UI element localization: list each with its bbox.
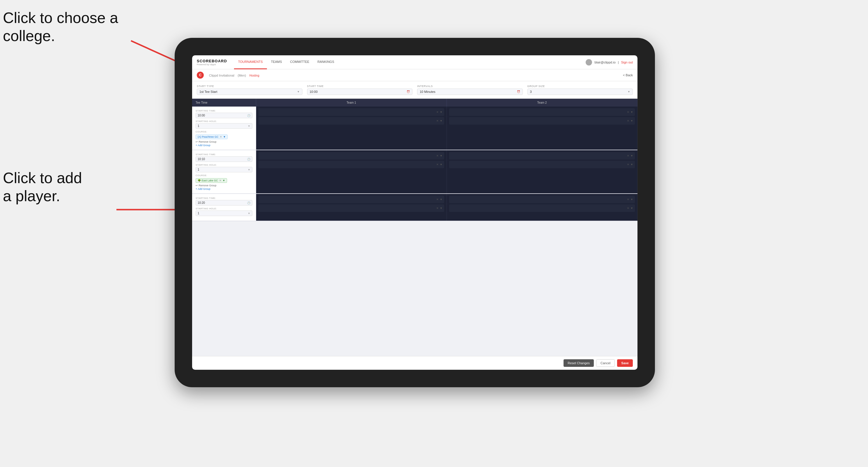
player-chevron-icon[interactable]: ▼ (440, 119, 442, 122)
player-chevron-icon[interactable]: ▼ (440, 111, 442, 114)
nav-link-teams[interactable]: TEAMS (267, 55, 286, 69)
course-remove-1[interactable]: ✕ (220, 135, 222, 138)
group-left-3: STARTING TIME: 10:20🕐 STARTING HOLE: 1▼ (192, 194, 256, 221)
player-expand-icon[interactable]: ✕ (627, 154, 629, 157)
nav-sign-out[interactable]: Sign out (621, 61, 633, 64)
group-size-select[interactable]: 3 ▼ (527, 89, 633, 95)
player-chevron-icon[interactable]: ▼ (630, 207, 633, 210)
start-time-group: Start Time 10:00 ⏰ (307, 85, 413, 95)
player-slot[interactable]: ✕ ▼ (258, 196, 444, 203)
add-group-btn-2[interactable]: + Add Group (196, 187, 252, 190)
player-chevron-icon[interactable]: ▼ (630, 163, 633, 166)
player-expand-icon[interactable]: ✕ (627, 119, 629, 122)
start-time-label: Start Time (307, 85, 413, 88)
start-type-label: Start Type (197, 85, 303, 88)
groups-list: STARTING TIME: 10:00🕐 STARTING HOLE: 1▼ … (192, 106, 638, 356)
page-header: C Clippd Invitational (Men) Hosting < Ba… (192, 69, 638, 81)
player-chevron-icon[interactable]: ▼ (630, 119, 633, 122)
reset-changes-button[interactable]: Reset Changes (563, 359, 594, 367)
remove-group-btn-2[interactable]: ↩ Remove Group (196, 184, 252, 187)
course-tag-2[interactable]: 🌳 East Lake GC ✕ ▼ (196, 178, 227, 183)
group-left-2: STARTING TIME: 10:10🕐 STARTING HOLE: 1▼ … (192, 150, 256, 193)
starting-hole-input-2[interactable]: 1▼ (196, 167, 252, 173)
course-label-1: COURSE: (196, 130, 252, 133)
group-row: STARTING TIME: 10:00🕐 STARTING HOLE: 1▼ … (192, 106, 638, 150)
player-expand-icon[interactable]: ✕ (627, 163, 629, 166)
player-chevron-icon[interactable]: ▼ (440, 207, 442, 210)
player-slot[interactable]: ✕ ▼ (449, 196, 635, 203)
cancel-button[interactable]: Cancel (596, 359, 615, 367)
player-slot[interactable]: ✕ ▼ (258, 205, 444, 212)
starting-hole-label-2: STARTING HOLE: (196, 164, 252, 166)
nav-logo-title: SCOREBOARD (197, 59, 227, 63)
player-expand-icon[interactable]: ✕ (627, 207, 629, 210)
annotation-add-player: Click to adda player. (3, 169, 82, 205)
player-slot[interactable]: ✕ ▼ (258, 161, 444, 168)
player-expand-icon[interactable]: ✕ (436, 154, 439, 157)
col-team1: Team 1 (256, 99, 447, 106)
start-type-select[interactable]: 1st Tee Start ▼ (197, 89, 303, 95)
player-expand-icon[interactable]: ✕ (627, 111, 629, 114)
player-expand-icon[interactable]: ✕ (436, 119, 439, 122)
tablet-screen: SCOREBOARD Powered by clippd TOURNAMENTS… (192, 55, 638, 370)
player-chevron-icon[interactable]: ▼ (440, 154, 442, 157)
starting-time-label-2: STARTING TIME: (196, 153, 252, 156)
player-slot[interactable]: ✕ ▼ (449, 161, 635, 168)
player-chevron-icon[interactable]: ▼ (630, 198, 633, 201)
nav-link-committee[interactable]: COMMITTEE (286, 55, 313, 69)
course-remove-2[interactable]: ✕ (219, 179, 221, 182)
player-chevron-icon[interactable]: ▼ (440, 163, 442, 166)
nav-link-tournaments[interactable]: TOURNAMENTS (234, 55, 267, 69)
team2-cell-2: ✕ ▼ ✕ ▼ (447, 150, 638, 193)
start-type-group: Start Type 1st Tee Start ▼ (197, 85, 303, 95)
player-expand-icon[interactable]: ✕ (436, 207, 439, 210)
course-label-2: COURSE: (196, 174, 252, 177)
player-chevron-icon[interactable]: ▼ (630, 111, 633, 114)
player-slot[interactable]: ✕ ▼ (449, 108, 635, 116)
group-size-group: Group Size 3 ▼ (527, 85, 633, 95)
group-left-1: STARTING TIME: 10:00🕐 STARTING HOLE: 1▼ … (192, 106, 256, 150)
player-chevron-icon[interactable]: ▼ (440, 198, 442, 201)
intervals-group: Intervals 10 Minutes ⏰ (417, 85, 523, 95)
starting-hole-input-1[interactable]: 1▼ (196, 123, 252, 129)
start-time-select[interactable]: 10:00 ⏰ (307, 89, 413, 95)
starting-hole-label-1: STARTING HOLE: (196, 120, 252, 123)
intervals-select[interactable]: 10 Minutes ⏰ (417, 89, 523, 95)
nav-logo-sub: Powered by clippd (197, 63, 227, 66)
player-slot[interactable]: ✕ ▼ (258, 152, 444, 160)
player-slot[interactable]: ✕ ▼ (449, 205, 635, 212)
save-button[interactable]: Save (617, 359, 633, 367)
group-size-label: Group Size (527, 85, 633, 88)
player-slot[interactable]: ✕ ▼ (449, 117, 635, 125)
group-size-chevron: ▼ (627, 90, 630, 93)
starting-hole-label-3: STARTING HOLE: (196, 207, 252, 210)
player-slot[interactable]: ✕ ▼ (258, 108, 444, 116)
nav-avatar (586, 59, 592, 65)
annotation-choose-college: Click to choose acollege. (3, 9, 118, 45)
player-slot[interactable]: ✕ ▼ (258, 117, 444, 125)
add-group-btn-1[interactable]: + Add Group (196, 144, 252, 147)
group-actions-2: ↩ Remove Group + Add Group (196, 184, 252, 190)
nav-link-rankings[interactable]: RANKINGS (313, 55, 338, 69)
intervals-label: Intervals (417, 85, 523, 88)
starting-hole-input-3[interactable]: 1▼ (196, 211, 252, 216)
course-expand-1[interactable]: ▼ (223, 135, 226, 138)
player-expand-icon[interactable]: ✕ (436, 198, 439, 201)
team1-cell-1: ✕ ▼ ✕ ▼ (256, 106, 447, 150)
page-logo: C (197, 72, 204, 79)
player-expand-icon[interactable]: ✕ (627, 198, 629, 201)
starting-time-input-1[interactable]: 10:00🕐 (196, 113, 252, 118)
player-slot[interactable]: ✕ ▼ (449, 152, 635, 160)
group-row: STARTING TIME: 10:20🕐 STARTING HOLE: 1▼ … (192, 194, 638, 221)
starting-time-input-2[interactable]: 10:10🕐 (196, 156, 252, 162)
back-button[interactable]: < Back (623, 73, 633, 77)
course-tag-1[interactable]: (A) Peachtree GC ✕ ▼ (196, 134, 228, 139)
player-expand-icon[interactable]: ✕ (436, 163, 439, 166)
player-expand-icon[interactable]: ✕ (436, 111, 439, 114)
remove-group-btn-1[interactable]: ↩ Remove Group (196, 140, 252, 143)
player-chevron-icon[interactable]: ▼ (630, 154, 633, 157)
starting-time-input-3[interactable]: 10:20🕐 (196, 200, 252, 206)
nav-links: TOURNAMENTS TEAMS COMMITTEE RANKINGS (234, 55, 586, 69)
course-expand-2[interactable]: ▼ (223, 179, 225, 182)
intervals-chevron: ⏰ (517, 90, 520, 93)
